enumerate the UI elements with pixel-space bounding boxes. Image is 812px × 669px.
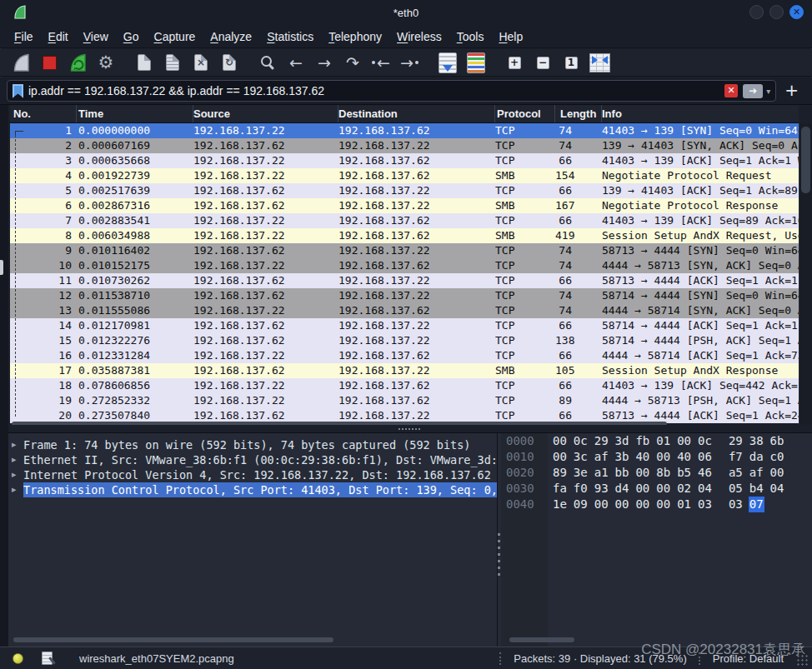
arrow-left-icon: ← xyxy=(289,55,303,71)
zoom-in-button[interactable]: + xyxy=(502,51,527,74)
find-packet-button[interactable] xyxy=(255,51,280,74)
packet-row[interactable]: 20.000607169192.168.137.62192.168.137.22… xyxy=(10,138,799,153)
close-button[interactable]: ✕ xyxy=(789,5,804,19)
detail-line[interactable]: ▸Internet Protocol Version 4, Src: 192.1… xyxy=(0,467,497,482)
hex-line[interactable]: 0020893ea1bb008bb546a5af00 xyxy=(501,465,812,481)
add-filter-button[interactable]: + xyxy=(776,80,805,102)
packet-row[interactable]: 190.272852332192.168.137.22192.168.137.6… xyxy=(10,393,799,408)
packet-row[interactable]: 170.035887381192.168.137.62192.168.137.2… xyxy=(10,363,799,378)
stop-capture-button[interactable] xyxy=(37,51,62,74)
menu-telephony[interactable]: Telephony xyxy=(321,27,389,46)
go-last-button[interactable]: → xyxy=(397,51,422,74)
packet-row[interactable]: 180.078606856192.168.137.22192.168.137.6… xyxy=(10,378,799,393)
detail-line[interactable]: ▸Ethernet II, Src: VMware_38:6b:f1 (00:0… xyxy=(0,452,497,467)
menu-analyze[interactable]: Analyze xyxy=(203,27,259,46)
packet-row[interactable]: 160.012331284192.168.137.22192.168.137.6… xyxy=(10,348,799,363)
display-filter-box[interactable]: ✕ ➜ ▾ xyxy=(7,80,776,102)
menu-statistics[interactable]: Statistics xyxy=(259,27,321,46)
column-header-length[interactable]: Length xyxy=(555,105,602,122)
start-capture-button[interactable] xyxy=(8,51,33,74)
packet-row[interactable]: 70.002883541192.168.137.22192.168.137.62… xyxy=(10,213,799,228)
menu-edit[interactable]: Edit xyxy=(41,27,76,46)
cell-time: 0.012170981 xyxy=(77,318,193,333)
profile-label[interactable]: Profile: Default xyxy=(713,652,784,665)
go-forward-button[interactable]: → xyxy=(312,51,337,74)
apply-filter-button[interactable]: ➜ xyxy=(743,84,763,98)
column-header-info[interactable]: Info xyxy=(602,105,799,122)
capture-options-button[interactable]: ⚙ xyxy=(93,51,118,74)
reload-file-button[interactable]: ↻ xyxy=(217,51,242,74)
packet-row[interactable]: 80.006034988192.168.137.22192.168.137.62… xyxy=(10,228,799,243)
cell-protocol: TCP xyxy=(495,123,555,138)
zoom-original-button[interactable]: 1 xyxy=(559,51,584,74)
menu-go[interactable]: Go xyxy=(116,27,147,46)
detail-line[interactable]: ▸Frame 1: 74 bytes on wire (592 bits), 7… xyxy=(0,437,497,452)
hex-hscrollbar[interactable] xyxy=(508,637,804,643)
save-file-button[interactable] xyxy=(160,51,185,74)
hex-line[interactable]: 0010003caf3b40004006f7dac0 xyxy=(501,449,812,465)
open-file-button[interactable] xyxy=(132,51,157,74)
packet-list-vscrollbar[interactable] xyxy=(799,123,812,428)
go-to-packet-button[interactable]: ↷ xyxy=(340,51,365,74)
go-first-button[interactable]: ← xyxy=(368,51,393,74)
cell-destination: 192.168.137.22 xyxy=(338,183,495,198)
vscroll-thumb[interactable] xyxy=(801,127,810,193)
column-header-protocol[interactable]: Protocol xyxy=(495,105,555,122)
cell-no: 3 xyxy=(10,153,77,168)
packet-row[interactable]: 120.011538710192.168.137.62192.168.137.2… xyxy=(10,288,799,303)
clear-filter-button[interactable]: ✕ xyxy=(724,84,738,97)
menu-tools[interactable]: Tools xyxy=(449,27,492,46)
column-header-source[interactable]: Source xyxy=(193,105,338,122)
menu-view[interactable]: View xyxy=(76,27,116,46)
vertical-splitter[interactable] xyxy=(498,533,500,580)
go-back-button[interactable]: ← xyxy=(283,51,308,74)
filter-input[interactable] xyxy=(28,84,724,97)
packet-row[interactable]: 40.001922739192.168.137.22192.168.137.62… xyxy=(10,168,799,183)
expert-info-icon[interactable] xyxy=(13,653,23,664)
close-file-button[interactable]: × xyxy=(188,51,213,74)
packet-row[interactable]: 100.010152175192.168.137.22192.168.137.6… xyxy=(10,258,799,273)
details-hscrollbar[interactable] xyxy=(12,637,487,643)
packet-row[interactable]: 90.010116402192.168.137.62192.168.137.22… xyxy=(10,243,799,258)
cell-protocol: TCP xyxy=(495,333,555,348)
column-header-destination[interactable]: Destination xyxy=(338,105,495,122)
packet-row[interactable]: 60.002867316192.168.137.62192.168.137.22… xyxy=(10,198,799,213)
column-header-no[interactable]: No. xyxy=(10,105,77,122)
horizontal-splitter[interactable] xyxy=(0,425,812,432)
hex-line[interactable]: 0030faf093d40000020405b404 xyxy=(501,481,812,497)
capture-comment-icon[interactable] xyxy=(42,652,53,665)
packet-row[interactable]: 130.011555086192.168.137.22192.168.137.6… xyxy=(10,303,799,318)
packet-row[interactable]: 30.000635668192.168.137.22192.168.137.62… xyxy=(10,153,799,168)
packet-row[interactable]: 50.002517639192.168.137.62192.168.137.22… xyxy=(10,183,799,198)
doc-save-icon xyxy=(166,54,179,71)
hex-hscroll-thumb[interactable] xyxy=(509,637,574,642)
packet-row[interactable]: 140.012170981192.168.137.62192.168.137.2… xyxy=(10,318,799,333)
cell-info: 139 → 41403 [ACK] Seq=1 Ack=89 W xyxy=(602,183,799,198)
column-header-time[interactable]: Time xyxy=(77,105,193,122)
packet-row[interactable]: 150.012322276192.168.137.62192.168.137.2… xyxy=(10,333,799,348)
colorize-button[interactable] xyxy=(464,51,489,74)
packet-row[interactable]: 110.010730262192.168.137.62192.168.137.2… xyxy=(10,273,799,288)
details-hscroll-thumb[interactable] xyxy=(13,637,333,642)
packet-row[interactable]: 10.000000000192.168.137.22192.168.137.62… xyxy=(10,123,799,138)
menu-help[interactable]: Help xyxy=(491,27,530,46)
menu-capture[interactable]: Capture xyxy=(147,27,203,46)
bookmark-icon[interactable] xyxy=(13,84,23,98)
auto-scroll-button[interactable] xyxy=(435,51,460,74)
menu-wireless[interactable]: Wireless xyxy=(389,27,449,46)
hex-line[interactable]: 0000000c293dfb01000c29386b xyxy=(501,433,812,449)
cell-destination: 192.168.137.62 xyxy=(338,393,495,408)
menu-file[interactable]: File xyxy=(7,27,41,46)
dock-handle[interactable] xyxy=(0,260,3,275)
minimize-button[interactable] xyxy=(749,5,764,19)
restart-capture-button[interactable] xyxy=(65,51,90,74)
maximize-button[interactable] xyxy=(769,5,784,19)
cell-no: 13 xyxy=(10,303,77,318)
zoom-out-button[interactable]: − xyxy=(530,51,555,74)
resize-columns-button[interactable] xyxy=(587,51,612,74)
cell-protocol: TCP xyxy=(495,393,555,408)
resize-grip-icon[interactable] xyxy=(797,655,809,667)
detail-line[interactable]: ▸Transmission Control Protocol, Src Port… xyxy=(0,482,497,497)
hex-line[interactable]: 00401e090000000001030307 xyxy=(501,497,812,512)
filter-dropdown-caret[interactable]: ▾ xyxy=(766,87,770,96)
